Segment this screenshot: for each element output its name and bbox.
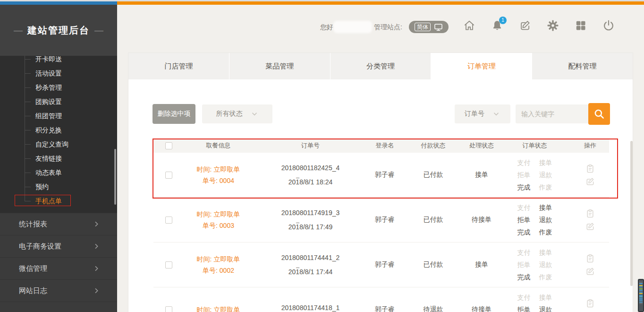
pickup-time: 时间: 立即取单 — [197, 253, 240, 265]
pickup-number: 单号: 0002 — [203, 265, 234, 276]
order-status-links: 支付 接单 拒单 退款 完成 作废 — [498, 156, 571, 193]
order-edit-icon[interactable] — [585, 177, 595, 186]
compose-edit-icon[interactable] — [519, 19, 531, 32]
pickup-number: 单号: 0004 — [203, 175, 234, 186]
status-link-pay: 支付 — [517, 201, 531, 214]
status-link-pay: 支付 — [517, 291, 531, 303]
status-link-complete[interactable]: 完成 — [517, 226, 531, 238]
order-edit-icon[interactable] — [585, 222, 595, 231]
process-status: 接单 — [465, 260, 498, 269]
status-link-accept[interactable]: 接单 — [539, 201, 552, 214]
order-id-wrap-mark: _ — [296, 173, 299, 177]
status-link-reject[interactable]: 拒单 — [517, 303, 531, 312]
sidebar: 开卡即送 活动设置 秒杀管理 团购设置 组团管理 积分兑换 自定义查询 友情链接… — [0, 5, 117, 312]
row-checkbox[interactable] — [165, 306, 172, 312]
settings-gear-icon[interactable] — [547, 19, 559, 32]
title-dash-left: — — [14, 25, 23, 35]
sidebar-item-flash-sale[interactable]: 秒杀管理 — [0, 80, 117, 95]
order-detail-clipboard-icon[interactable] — [585, 209, 595, 218]
col-header-login-name: 登录名 — [368, 141, 401, 150]
status-filter-select[interactable]: 所有状态 — [202, 104, 272, 123]
keyword-search-input[interactable] — [516, 104, 588, 123]
sidebar-item-group-buy-settings[interactable]: 团购设置 — [0, 95, 117, 109]
sidebar-scrollbar-thumb[interactable] — [114, 149, 116, 205]
notifications-bell-icon[interactable]: 1 — [491, 19, 503, 32]
status-link-void[interactable]: 作废 — [539, 226, 552, 238]
language-label: 简体 — [415, 23, 431, 31]
language-site-pill[interactable]: 简体 — [409, 21, 449, 33]
search-type-value: 订单号 — [465, 110, 484, 118]
sidebar-section-statistics[interactable]: 统计报表 — [0, 213, 117, 235]
sidebar-section-ecommerce[interactable]: 电子商务设置 — [0, 235, 117, 257]
login-name: 郭子睿 — [368, 260, 401, 269]
apps-grid-icon[interactable] — [575, 19, 587, 32]
login-name: 郭子睿 — [368, 216, 401, 224]
order-id: 20180801182425_4 — [281, 163, 340, 173]
tab-dish-management[interactable]: 菜品管理 — [229, 53, 330, 79]
table-row: 时间: 立即取单 单号: 0002 20180801174441_2 _ 201… — [153, 243, 609, 287]
sidebar-section-wechat[interactable]: 微信管理 — [0, 257, 117, 279]
pickup-time: 时间: 立即取单 — [197, 164, 240, 175]
content-scrollbar-thumb[interactable] — [630, 141, 633, 286]
payment-status: 已付款 — [401, 171, 465, 179]
sidebar-section-site-logs[interactable]: 网站日志 — [0, 279, 117, 302]
sidebar-item-reservation[interactable]: 预约 — [0, 180, 117, 194]
select-all-checkbox[interactable] — [165, 142, 172, 149]
chevron-right-icon — [93, 243, 100, 250]
power-logout-icon[interactable] — [602, 19, 615, 32]
tab-category-management[interactable]: 分类管理 — [330, 53, 432, 79]
search-type-select[interactable]: 订单号 — [455, 104, 510, 123]
sidebar-item-activity-settings[interactable]: 活动设置 — [0, 66, 117, 80]
payment-status: 已付款 — [401, 260, 465, 269]
status-link-refund[interactable]: 退款 — [539, 214, 552, 226]
status-link-refund[interactable]: 退款 — [539, 303, 552, 312]
order-date: 2018/8/1 18:24 — [288, 177, 332, 187]
row-checkbox[interactable] — [165, 217, 172, 224]
sidebar-item-mobile-ordering[interactable]: 手机点单 — [0, 194, 117, 208]
tab-store-management[interactable]: 门店管理 — [128, 53, 229, 79]
tab-ingredient-management[interactable]: 配料管理 — [532, 53, 633, 79]
delete-selected-button[interactable]: 删除选中项 — [153, 104, 195, 124]
status-link-complete[interactable]: 完成 — [517, 271, 531, 283]
order-id-wrap-mark: _ — [296, 218, 299, 222]
search-button[interactable] — [588, 103, 610, 125]
home-icon[interactable] — [463, 19, 475, 32]
chevron-right-icon — [93, 287, 100, 295]
chevron-right-icon — [93, 220, 100, 228]
top-header: 您好 管理站点: 简体 1 — [117, 5, 644, 53]
order-detail-clipboard-icon[interactable] — [585, 164, 595, 173]
chevron-down-icon — [492, 110, 500, 118]
manage-site-label: 管理站点: — [374, 23, 402, 32]
admin-panel-title: 建站管理后台 — [27, 24, 90, 37]
order-detail-clipboard-icon[interactable] — [585, 254, 595, 263]
order-date: 2018/8/1 17:44 — [288, 267, 332, 277]
table-header-row: 取餐信息 订单号 登录名 付款状态 处理状态 订单状态 操作 — [153, 139, 609, 153]
order-id: 20180801174418_1 — [281, 303, 340, 312]
col-header-pickup-info: 取餐信息 — [184, 141, 253, 150]
section-label: 网站日志 — [19, 286, 47, 295]
order-detail-clipboard-icon[interactable] — [585, 299, 595, 308]
sidebar-item-custom-query[interactable]: 自定义查询 — [0, 137, 117, 151]
tab-order-management[interactable]: 订单管理 — [431, 53, 532, 79]
status-link-accept: 接单 — [539, 246, 552, 259]
order-date: 2018/8/1 17:49 — [288, 222, 332, 232]
sidebar-sections: 统计报表 电子商务设置 微信管理 网站日志 — [0, 213, 117, 312]
status-link-complete[interactable]: 完成 — [517, 181, 531, 193]
status-link-accept: 接单 — [539, 156, 552, 169]
sidebar-item-dynamic-forms[interactable]: 动态表单 — [0, 165, 117, 180]
status-link-reject[interactable]: 拒单 — [517, 214, 531, 226]
status-link-pay: 支付 — [517, 156, 531, 169]
sidebar-item-friend-links[interactable]: 友情链接 — [0, 151, 117, 165]
status-link-reject: 拒单 — [517, 259, 531, 271]
order-edit-icon[interactable] — [585, 267, 595, 276]
sidebar-section-divider — [0, 302, 117, 312]
sidebar-item-group-management[interactable]: 组团管理 — [0, 109, 117, 123]
sidebar-item-points-exchange[interactable]: 积分兑换 — [0, 123, 117, 137]
order-status-links: 支付 接单 拒单 退款 完成 作废 — [498, 201, 571, 238]
col-header-actions: 操作 — [571, 141, 609, 150]
table-row: 时间: 立即取单 20180801174418_1 _ 郭子睿 待退款 待接单 … — [153, 287, 609, 312]
row-checkbox[interactable] — [165, 261, 172, 269]
status-link-pay: 支付 — [517, 246, 531, 259]
sidebar-title: — 建站管理后台 — — [0, 5, 117, 56]
row-checkbox[interactable] — [165, 172, 172, 179]
